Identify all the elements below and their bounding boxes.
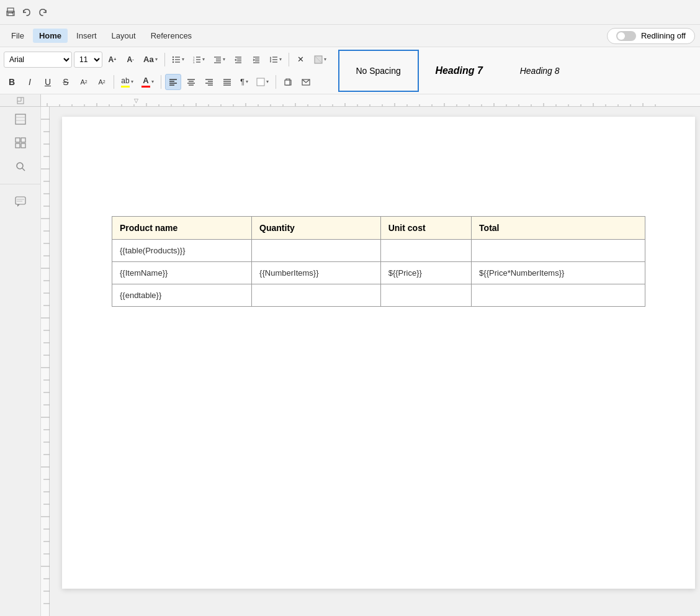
style-no-spacing-btn[interactable]: No Spacing: [338, 50, 419, 92]
table-header-total: Total: [472, 217, 645, 240]
table-cell-empty-2[interactable]: [380, 240, 471, 262]
justify-btn[interactable]: [219, 74, 235, 90]
style-heading7-btn[interactable]: Heading 7: [419, 50, 500, 92]
align-left-btn[interactable]: [165, 74, 181, 90]
font-case-btn[interactable]: Aa ▾: [140, 52, 161, 68]
titlebar-icons: [5, 7, 48, 18]
table-row: {{ItemName}} {{NumberItems}} ${{Price}} …: [112, 262, 645, 284]
vertical-ruler: 1: [41, 107, 50, 616]
background-btn[interactable]: ▾: [253, 74, 272, 90]
menubar-left: File Home Insert Layout References: [5, 29, 198, 43]
svg-rect-2: [8, 13, 13, 16]
sidebar-icon-properties[interactable]: [13, 135, 28, 150]
svg-text:▽: ▽: [134, 97, 138, 104]
mail-merge-btn[interactable]: [298, 74, 314, 90]
svg-rect-107: [16, 114, 25, 124]
menu-home[interactable]: Home: [33, 29, 68, 43]
svg-rect-116: [16, 197, 25, 204]
svg-rect-110: [16, 138, 20, 142]
line-spacing-btn[interactable]: ▾: [266, 52, 285, 68]
menu-layout[interactable]: Layout: [105, 29, 142, 43]
table-cell-empty-3[interactable]: [472, 240, 645, 262]
style-heading7-label: Heading 7: [435, 65, 482, 76]
font-name-select[interactable]: Arial: [4, 52, 72, 68]
ruler-corner: [0, 94, 41, 106]
table-row: {{endtable}}: [112, 284, 645, 307]
copy-format-btn[interactable]: [280, 74, 296, 90]
table-row: {{table(Products)}}: [112, 240, 645, 262]
shading-btn[interactable]: ▾: [311, 52, 330, 68]
sidebar-icon-comment[interactable]: [13, 194, 28, 209]
redlining-toggle[interactable]: Redlining off: [607, 28, 695, 44]
table-cell-price-total[interactable]: ${{Price*NumberItems}}: [472, 262, 645, 284]
highlight-color-btn[interactable]: ab ▾: [118, 74, 137, 90]
title-bar: [0, 0, 700, 25]
table-header-unit-cost: Unit cost: [380, 217, 471, 240]
table-cell-table-products[interactable]: {{table(Products)}}: [112, 240, 252, 262]
svg-text:3.: 3.: [193, 60, 195, 63]
svg-point-114: [17, 163, 23, 169]
align-center-btn[interactable]: [183, 74, 199, 90]
font-color-btn[interactable]: A ▾: [138, 74, 157, 90]
redo-icon[interactable]: [37, 7, 48, 18]
svg-line-115: [22, 168, 25, 171]
align-right-btn[interactable]: [201, 74, 217, 90]
strikethrough-btn[interactable]: S: [58, 74, 74, 90]
svg-point-7: [172, 56, 173, 57]
list-multilevel-btn[interactable]: ▾: [210, 52, 228, 68]
menu-references[interactable]: References: [145, 29, 198, 43]
redlining-label: Redlining off: [641, 31, 686, 40]
table-cell-empty-1[interactable]: [252, 240, 381, 262]
subscript-btn[interactable]: A2: [94, 74, 110, 90]
sidebar-icon-thumbnail[interactable]: [13, 112, 28, 127]
toggle-knob: [617, 32, 625, 40]
table-cell-empty-4[interactable]: [252, 284, 381, 307]
bold-btn[interactable]: B: [4, 74, 20, 90]
table-cell-price[interactable]: ${{Price}}: [380, 262, 471, 284]
table-header-row: Product name Quantity Unit cost Total: [112, 217, 645, 240]
svg-point-8: [172, 58, 173, 60]
list-unordered-btn[interactable]: ▾: [169, 52, 187, 68]
table-cell-empty-6[interactable]: [472, 284, 645, 307]
svg-rect-113: [21, 143, 25, 148]
font-size-decrease-btn[interactable]: A-: [122, 52, 138, 68]
sidebar-icon-search[interactable]: [13, 159, 28, 174]
menu-file[interactable]: File: [5, 29, 30, 43]
list-ordered-btn[interactable]: 1.2.3. ▾: [189, 52, 208, 68]
table-header-product: Product name: [112, 217, 252, 240]
indent-increase-btn[interactable]: [248, 52, 264, 68]
menubar: File Home Insert Layout References Redli…: [0, 25, 700, 47]
svg-rect-3: [12, 12, 13, 13]
italic-btn[interactable]: I: [22, 74, 38, 90]
ruler-container: ▽: [0, 94, 700, 107]
clear-formatting-btn[interactable]: ✕: [293, 52, 309, 68]
svg-rect-53: [17, 97, 24, 104]
style-heading8-btn[interactable]: Heading 8: [500, 50, 580, 92]
print-icon[interactable]: [5, 7, 16, 18]
menu-insert[interactable]: Insert: [70, 29, 103, 43]
underline-btn[interactable]: U: [40, 74, 56, 90]
main-area: 1 Product name Quantity Unit cost Total: [0, 107, 700, 616]
font-size-increase-btn[interactable]: A+: [104, 52, 120, 68]
table-cell-empty-5[interactable]: [380, 284, 471, 307]
table-cell-endtable[interactable]: {{endtable}}: [112, 284, 252, 307]
svg-point-9: [172, 61, 173, 62]
superscript-btn[interactable]: A2: [76, 74, 92, 90]
table-header-quantity: Quantity: [252, 217, 381, 240]
font-size-select[interactable]: 11: [74, 52, 102, 68]
svg-rect-51: [285, 80, 290, 85]
table-cell-number-items[interactable]: {{NumberItems}}: [252, 262, 381, 284]
svg-rect-50: [257, 78, 264, 86]
undo-icon[interactable]: [21, 7, 32, 18]
styles-panel: No Spacing Heading 7 Heading 8: [338, 47, 580, 94]
table-cell-item-name[interactable]: {{ItemName}}: [112, 262, 252, 284]
indent-decrease-btn[interactable]: [230, 52, 246, 68]
document-table: Product name Quantity Unit cost Total {{…: [112, 216, 645, 307]
toggle-switch: [616, 31, 636, 41]
paragraph-marks-btn[interactable]: ¶ ▾: [237, 74, 251, 90]
svg-rect-0: [7, 8, 14, 12]
document-page: Product name Quantity Unit cost Total {{…: [62, 117, 695, 589]
document-area[interactable]: Product name Quantity Unit cost Total {{…: [50, 107, 700, 616]
style-no-spacing-label: No Spacing: [356, 66, 400, 76]
svg-rect-112: [16, 143, 20, 148]
